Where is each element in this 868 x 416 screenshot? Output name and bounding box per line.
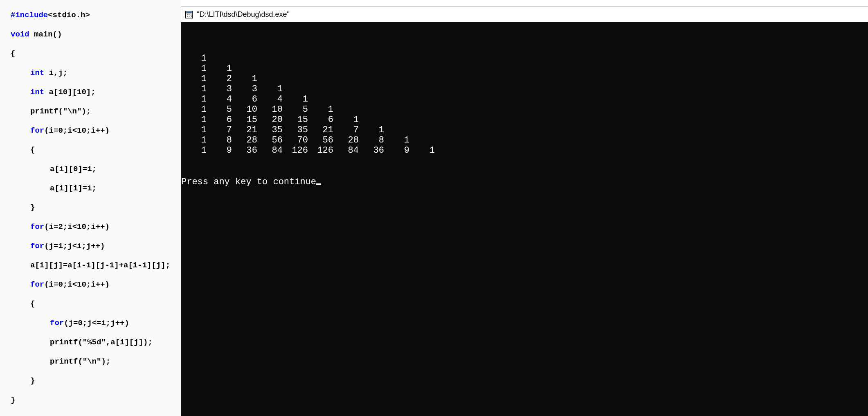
- code-text: a[i][j]=a[i-1][j-1]+a[i-1][j];: [11, 261, 170, 271]
- triangle-cell: 1: [181, 74, 207, 84]
- code-line: a[i][0]=1;: [11, 165, 181, 174]
- triangle-cell: 1: [333, 115, 359, 125]
- triangle-row: 172135352171: [181, 125, 868, 135]
- code-text: <stdio.h>: [48, 11, 90, 20]
- cursor: [316, 183, 321, 185]
- keyword: #include: [11, 11, 48, 20]
- triangle-cell: 6: [232, 94, 257, 104]
- triangle-row: 1: [181, 53, 868, 63]
- triangle-cell: 56: [257, 135, 283, 145]
- code-line: {: [11, 49, 181, 59]
- triangle-cell: 1: [181, 125, 207, 135]
- triangle-cell: 35: [283, 125, 308, 135]
- triangle-cell: 1: [384, 135, 409, 145]
- triangle-cell: 28: [232, 135, 257, 145]
- keyword: int: [30, 68, 44, 77]
- triangle-cell: 84: [333, 145, 359, 156]
- keyword: int: [30, 88, 44, 97]
- triangle-cell: 6: [207, 115, 232, 125]
- code-text: (i=0;i<10;i++): [44, 126, 110, 135]
- code-text: (j=0;j<=i;j++): [64, 319, 129, 328]
- triangle-cell: 8: [359, 135, 384, 145]
- triangle-cell: 5: [207, 104, 232, 115]
- console-title: "D:\LITI\dsd\Debug\dsd.exe": [197, 10, 290, 19]
- code-text: (i=2;i<10;i++): [44, 222, 110, 231]
- code-line: {: [11, 299, 181, 309]
- code-line: printf("\n");: [11, 107, 181, 117]
- triangle-cell: 3: [207, 84, 232, 94]
- triangle-cell: 56: [308, 135, 333, 145]
- code-line: int a[10][10];: [11, 88, 181, 97]
- code-line: }: [11, 396, 181, 405]
- keyword: for: [50, 319, 64, 328]
- triangle-row: 121: [181, 74, 868, 84]
- triangle-cell: 3: [232, 84, 257, 94]
- keyword: for: [30, 280, 44, 289]
- triangle-cell: 126: [283, 145, 308, 156]
- triangle-cell: 126: [308, 145, 333, 156]
- triangle-cell: 9: [384, 145, 409, 156]
- triangle-cell: 9: [207, 145, 232, 156]
- triangle-cell: 1: [308, 104, 333, 115]
- triangle-cell: 15: [232, 115, 257, 125]
- triangle-cell: 4: [257, 94, 283, 104]
- triangle-cell: 10: [257, 104, 283, 115]
- code-line: for(i=2;i<10;i++): [11, 222, 181, 232]
- code-line: for(i=0;i<10;i++): [11, 126, 181, 136]
- triangle-cell: 7: [333, 125, 359, 135]
- triangle-cell: 1: [181, 115, 207, 125]
- code-text: }: [11, 203, 35, 213]
- console-titlebar[interactable]: C:\ "D:\LITI\dsd\Debug\dsd.exe": [181, 7, 868, 22]
- code-text: a[i][i]=1;: [11, 184, 97, 194]
- code-line: }: [11, 376, 181, 386]
- console-window[interactable]: C:\ "D:\LITI\dsd\Debug\dsd.exe" 11112113…: [181, 7, 868, 416]
- code-line: for(i=0;i<10;i++): [11, 280, 181, 290]
- triangle-row: 1331: [181, 84, 868, 94]
- triangle-cell: 84: [257, 145, 283, 156]
- console-prompt-line: Press any key to continue: [181, 177, 868, 187]
- code-text: {: [11, 145, 35, 155]
- triangle-cell: 10: [232, 104, 257, 115]
- code-text: main(): [29, 30, 62, 39]
- triangle-cell: 5: [283, 104, 308, 115]
- code-text: printf("\n");: [11, 357, 110, 367]
- code-text: }: [11, 376, 35, 386]
- code-line: for(j=1;j<i;j++): [11, 242, 181, 251]
- triangle-cell: 35: [257, 125, 283, 135]
- code-line: printf("\n");: [11, 357, 181, 367]
- triangle-cell: 7: [207, 125, 232, 135]
- triangle-cell: 1: [181, 84, 207, 94]
- keyword: for: [30, 222, 44, 231]
- code-line: printf("%5d",a[i][j]);: [11, 338, 181, 348]
- triangle-cell: 15: [283, 115, 308, 125]
- code-text: a[i][0]=1;: [11, 165, 97, 174]
- code-line: #include<stdio.h>: [11, 11, 181, 20]
- triangle-row: 11: [181, 63, 868, 74]
- triangle-cell: 1: [207, 63, 232, 74]
- triangle-row: 18285670562881: [181, 135, 868, 145]
- code-text: a[10][10];: [44, 88, 95, 97]
- triangle-cell: 1: [181, 94, 207, 104]
- triangle-cell: 6: [308, 115, 333, 125]
- triangle-cell: 1: [181, 53, 207, 63]
- svg-text:C:\: C:\: [187, 13, 192, 18]
- code-text: printf("\n");: [11, 107, 91, 117]
- triangle-cell: 1: [232, 74, 257, 84]
- keyword: void: [11, 30, 29, 39]
- triangle-cell: 2: [207, 74, 232, 84]
- code-text: (i=0;i<10;i++): [44, 280, 110, 289]
- code-line: void main(): [11, 30, 181, 40]
- code-text: printf("%5d",a[i][j]);: [11, 338, 153, 348]
- code-text: {: [11, 299, 35, 309]
- triangle-cell: 8: [207, 135, 232, 145]
- console-output[interactable]: 1111211331146411510105116152015611721353…: [181, 22, 868, 416]
- triangle-cell: 28: [333, 135, 359, 145]
- triangle-cell: 36: [359, 145, 384, 156]
- code-editor[interactable]: #include<stdio.h> void main() { int i,j;…: [0, 0, 181, 416]
- triangle-cell: 1: [359, 125, 384, 135]
- triangle-cell: 1: [257, 84, 283, 94]
- code-text: (j=1;j<i;j++): [44, 242, 105, 251]
- code-line: }: [11, 203, 181, 213]
- triangle-cell: 36: [232, 145, 257, 156]
- triangle-cell: 1: [181, 135, 207, 145]
